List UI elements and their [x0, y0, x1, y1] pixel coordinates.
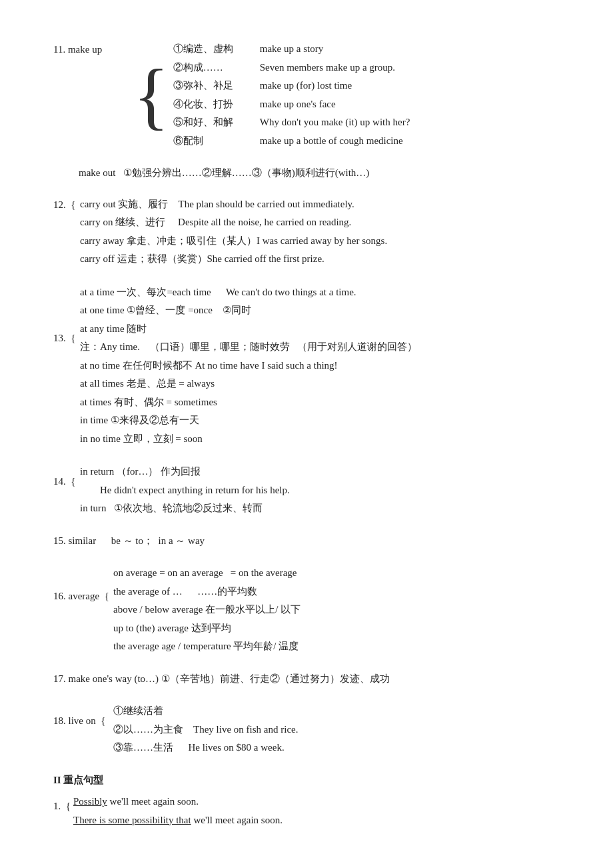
section-12-label: 12. { — [53, 195, 80, 214]
part-II: II 重点句型 1. { Possibly we'll meet again s… — [53, 772, 560, 830]
section-17-label: 17. make one's way (to…) ①（辛苦地）前进、行走②（通过… — [53, 673, 390, 684]
entry-13-6: at all times 老是、总是 = always — [80, 375, 417, 393]
entry-16-2: the average of … ……的平均数 — [113, 583, 301, 601]
part-II-item-1-entries: Possibly we'll meet again soon. There is… — [73, 793, 283, 829]
section-15-label: 15. similar be ～ to； in a ～ way — [53, 535, 205, 546]
entry-11-2: ②构成…… Seven members make up a group. — [173, 59, 410, 77]
entry-11-5-cn: ⑤和好、和解 — [173, 114, 260, 131]
section-14-entries: in return （for…） 作为回报 He didn't expect a… — [80, 463, 290, 518]
part-II-item-1-line1: Possibly we'll meet again soon. — [73, 793, 283, 811]
entry-13-9: in no time 立即，立刻 = soon — [80, 430, 417, 449]
section-12: 12. { carry out 实施、履行 The plan should be… — [53, 195, 560, 269]
entry-14-2: He didn't expect anything in return for … — [80, 481, 290, 500]
entry-16-2-text: the average of … ……的平均数 — [113, 583, 257, 601]
entry-13-5-text: at no time 在任何时候都不 At no time have I sai… — [80, 357, 338, 375]
entry-11-6-en: make up a bottle of cough medicine — [260, 133, 403, 150]
entry-14-3-text: in turn ①依次地、轮流地②反过来、转而 — [80, 500, 263, 517]
entry-16-3-text: above / below average 在一般水平以上/ 以下 — [113, 601, 301, 619]
entry-14-1: in return （for…） 作为回报 — [80, 463, 290, 481]
section-16-entries: on average = on an average = on the aver… — [113, 564, 301, 656]
entry-13-2-text: at one time ①曾经、一度 =once ②同时 — [80, 302, 251, 319]
section-13-entries: at a time 一次、每次=each time We can't do tw… — [80, 283, 417, 449]
entry-12-1: carry out 实施、履行 The plan should be carri… — [80, 195, 387, 214]
entry-13-4-text: 注：Any time. （口语）哪里，哪里；随时效劳 （用于对别人道谢的回答） — [80, 339, 417, 356]
entry-11-4-cn: ④化妆、打扮 — [173, 96, 260, 113]
entry-11-1-cn: ①编造、虚构 — [173, 41, 260, 58]
entry-12-4-text: carry off 运走；获得（奖赏）She carried off the f… — [80, 251, 324, 268]
section-16-label: 16. average { — [53, 564, 113, 605]
section-14-label: 14. { — [53, 463, 80, 491]
entry-13-5: at no time 在任何时候都不 At no time have I sai… — [80, 357, 417, 375]
entry-13-3-text: at any time 随时 — [80, 321, 147, 338]
entry-13-7-text: at times 有时、偶尔 = sometimes — [80, 394, 217, 411]
section-11-entries: ①编造、虚构 make up a story ②构成…… Seven membe… — [173, 40, 410, 150]
entry-13-4: 注：Any time. （口语）哪里，哪里；随时效劳 （用于对别人道谢的回答） — [80, 338, 417, 357]
part-II-item-1-label: 1. { — [53, 793, 73, 815]
entry-11-6: ⑥配制 make up a bottle of cough medicine — [173, 132, 410, 151]
brace-11: { — [133, 40, 169, 150]
entry-13-3: at any time 随时 — [80, 320, 417, 339]
entry-13-8-text: in time ①来得及②总有一天 — [80, 412, 199, 429]
section-17-text: 17. make one's way (to…) ①（辛苦地）前进、行走②（通过… — [53, 671, 390, 688]
entry-16-1: on average = on an average = on the aver… — [113, 564, 301, 583]
section-11: 11. make up { ①编造、虚构 make up a story ②构成… — [53, 40, 560, 150]
entry-18-3: ③靠……生活 He lives on $80 a week. — [113, 739, 298, 757]
entry-16-3: above / below average 在一般水平以上/ 以下 — [113, 601, 301, 619]
entry-11-5-en: Why don't you make (it) up with her? — [260, 114, 410, 131]
entry-13-1: at a time 一次、每次=each time We can't do tw… — [80, 283, 417, 302]
entry-14-3: in turn ①依次地、轮流地②反过来、转而 — [80, 499, 290, 518]
section-13-label: 13. { — [53, 283, 80, 347]
entry-12-2: carry on 继续、进行 Despite all the noise, he… — [80, 213, 387, 232]
possibly-underline: Possibly — [73, 796, 107, 807]
entry-13-2: at one time ①曾经、一度 =once ②同时 — [80, 301, 417, 320]
entry-18-2-text: ②以……为主食 They live on fish and rice. — [113, 721, 298, 739]
entry-11-3-cn: ③弥补、补足 — [173, 77, 260, 95]
section-11-brace-block: { ①编造、虚构 make up a story ②构成…… Seven mem… — [133, 40, 410, 150]
entry-16-5: the average age / temperature 平均年龄/ 温度 — [113, 637, 301, 656]
entry-18-1: ①继续活着 — [113, 702, 298, 721]
entry-12-1-text: carry out 实施、履行 The plan should be carri… — [80, 196, 354, 213]
entry-11-2-cn: ②构成…… — [173, 59, 260, 77]
section-17: 17. make one's way (to…) ①（辛苦地）前进、行走②（通过… — [53, 671, 560, 688]
entry-12-3-text: carry away 拿走、冲走；吸引住（某人）I was carried aw… — [80, 233, 387, 250]
entry-13-8: in time ①来得及②总有一天 — [80, 411, 417, 430]
entry-11-1-en: make up a story — [260, 41, 323, 58]
entry-13-9-text: in no time 立即，立刻 = soon — [80, 431, 203, 448]
part-II-item-1-line2-text: There is some possibility that we'll mee… — [73, 812, 283, 829]
entry-14-2-text: He didn't expect anything in return for … — [80, 482, 290, 499]
section-16: 16. average { on average = on an average… — [53, 564, 560, 656]
make-out-text: make out ①勉强分辨出……②理解……③（事物)顺利进行(with…) — [79, 167, 369, 178]
there-is-underline: There is some possibility that — [73, 815, 191, 825]
section-18: 18. live on { ①继续活着 ②以……为主食 They live on… — [53, 702, 560, 757]
entry-13-7: at times 有时、偶尔 = sometimes — [80, 393, 417, 412]
section-15-text: 15. similar be ～ to； in a ～ way — [53, 533, 205, 550]
section-15: 15. similar be ～ to； in a ～ way — [53, 533, 560, 550]
section-18-label: 18. live on { — [53, 702, 113, 730]
entry-16-4: up to (the) average 达到平均 — [113, 619, 301, 638]
part-II-item-1-line2: There is some possibility that we'll mee… — [73, 811, 283, 830]
entry-11-6-cn: ⑥配制 — [173, 133, 260, 150]
section-12-entries: carry out 实施、履行 The plan should be carri… — [80, 195, 387, 269]
entry-12-3: carry away 拿走、冲走；吸引住（某人）I was carried aw… — [80, 232, 387, 251]
entry-13-6-text: at all times 老是、总是 = always — [80, 375, 215, 393]
entry-11-5: ⑤和好、和解 Why don't you make (it) up with h… — [173, 113, 410, 132]
entry-18-2: ②以……为主食 They live on fish and rice. — [113, 721, 298, 739]
entry-11-1: ①编造、虚构 make up a story — [173, 40, 410, 59]
entry-12-4: carry off 运走；获得（奖赏）She carried off the f… — [80, 250, 387, 269]
entry-13-1-text: at a time 一次、每次=each time We can't do tw… — [80, 284, 356, 301]
entry-14-1-text: in return （for…） 作为回报 — [80, 463, 201, 481]
entry-11-4-en: make up one's face — [260, 96, 336, 113]
section-18-entries: ①继续活着 ②以……为主食 They live on fish and rice… — [113, 702, 298, 757]
entry-12-2-text: carry on 继续、进行 Despite all the noise, he… — [80, 214, 351, 231]
entry-11-2-en: Seven members make up a group. — [260, 59, 395, 77]
entry-16-5-text: the average age / temperature 平均年龄/ 温度 — [113, 638, 299, 655]
make-out-line: make out ①勉强分辨出……②理解……③（事物)顺利进行(with…) — [73, 165, 560, 182]
part-II-title: II 重点句型 — [53, 772, 560, 789]
entry-11-3: ③弥补、补足 make up (for) lost time — [173, 77, 410, 95]
part-II-item-1-line1-text: Possibly we'll meet again soon. — [73, 793, 199, 811]
section-13: 13. { at a time 一次、每次=each time We can't… — [53, 283, 560, 449]
entry-11-3-en: make up (for) lost time — [260, 77, 352, 95]
entry-18-1-text: ①继续活着 — [113, 703, 163, 720]
section-11-label: 11. make up — [53, 40, 133, 59]
entry-18-3-text: ③靠……生活 He lives on $80 a week. — [113, 739, 285, 757]
